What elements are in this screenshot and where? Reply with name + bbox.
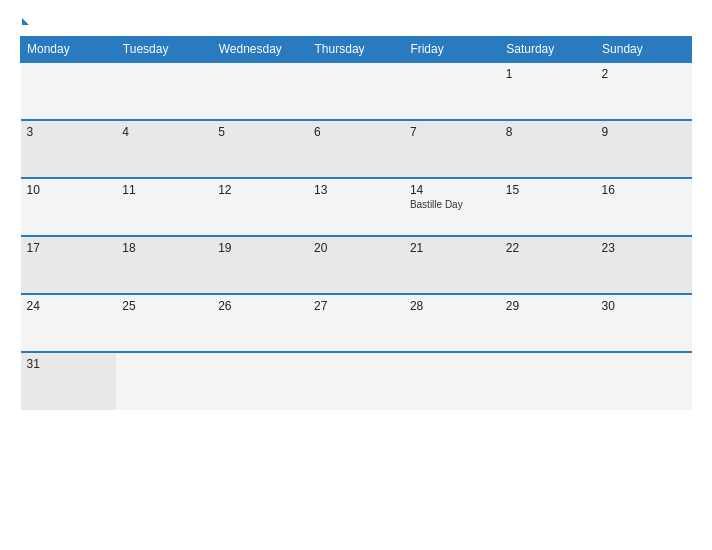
- day-number: 31: [27, 357, 111, 371]
- day-number: 12: [218, 183, 302, 197]
- day-number: 25: [122, 299, 206, 313]
- day-cell: 22: [500, 236, 596, 294]
- day-cell: 21: [404, 236, 500, 294]
- day-cell: 31: [21, 352, 117, 410]
- day-cell: 29: [500, 294, 596, 352]
- calendar-page: MondayTuesdayWednesdayThursdayFridaySatu…: [0, 0, 712, 550]
- day-number: 29: [506, 299, 590, 313]
- day-cell: 14Bastille Day: [404, 178, 500, 236]
- weekday-header-sunday: Sunday: [596, 37, 692, 63]
- day-cell: 16: [596, 178, 692, 236]
- day-cell: 1: [500, 62, 596, 120]
- weekday-header-saturday: Saturday: [500, 37, 596, 63]
- day-cell: 27: [308, 294, 404, 352]
- day-cell: [116, 352, 212, 410]
- header: [20, 18, 692, 26]
- day-cell: 28: [404, 294, 500, 352]
- day-number: 9: [602, 125, 686, 139]
- day-cell: 2: [596, 62, 692, 120]
- day-cell: 15: [500, 178, 596, 236]
- day-cell: 3: [21, 120, 117, 178]
- day-cell: 7: [404, 120, 500, 178]
- week-row-1: 12: [21, 62, 692, 120]
- day-cell: [308, 62, 404, 120]
- day-cell: [596, 352, 692, 410]
- day-cell: 25: [116, 294, 212, 352]
- day-cell: 23: [596, 236, 692, 294]
- week-row-4: 17181920212223: [21, 236, 692, 294]
- logo-blue-text: [20, 18, 29, 26]
- day-number: 22: [506, 241, 590, 255]
- day-number: 23: [602, 241, 686, 255]
- day-number: 8: [506, 125, 590, 139]
- day-cell: [212, 62, 308, 120]
- weekday-header-tuesday: Tuesday: [116, 37, 212, 63]
- day-number: 13: [314, 183, 398, 197]
- day-number: 16: [602, 183, 686, 197]
- day-cell: 24: [21, 294, 117, 352]
- day-cell: [308, 352, 404, 410]
- day-cell: 8: [500, 120, 596, 178]
- day-cell: 5: [212, 120, 308, 178]
- day-number: 14: [410, 183, 494, 197]
- calendar-table: MondayTuesdayWednesdayThursdayFridaySatu…: [20, 36, 692, 410]
- day-number: 4: [122, 125, 206, 139]
- week-row-2: 3456789: [21, 120, 692, 178]
- day-cell: 11: [116, 178, 212, 236]
- day-cell: [404, 62, 500, 120]
- day-number: 6: [314, 125, 398, 139]
- day-cell: [500, 352, 596, 410]
- day-number: 26: [218, 299, 302, 313]
- day-cell: 10: [21, 178, 117, 236]
- day-cell: 18: [116, 236, 212, 294]
- weekday-header-wednesday: Wednesday: [212, 37, 308, 63]
- day-cell: [404, 352, 500, 410]
- weekday-header-monday: Monday: [21, 37, 117, 63]
- day-cell: 12: [212, 178, 308, 236]
- day-number: 15: [506, 183, 590, 197]
- day-cell: 13: [308, 178, 404, 236]
- day-number: 17: [27, 241, 111, 255]
- day-cell: [212, 352, 308, 410]
- day-number: 19: [218, 241, 302, 255]
- logo-triangle-icon: [22, 18, 29, 25]
- day-number: 28: [410, 299, 494, 313]
- day-number: 27: [314, 299, 398, 313]
- day-cell: 17: [21, 236, 117, 294]
- day-cell: 9: [596, 120, 692, 178]
- day-cell: 4: [116, 120, 212, 178]
- week-row-3: 1011121314Bastille Day1516: [21, 178, 692, 236]
- weekday-header-thursday: Thursday: [308, 37, 404, 63]
- day-cell: [116, 62, 212, 120]
- day-number: 21: [410, 241, 494, 255]
- day-cell: [21, 62, 117, 120]
- day-number: 20: [314, 241, 398, 255]
- day-cell: 20: [308, 236, 404, 294]
- day-number: 30: [602, 299, 686, 313]
- day-cell: 26: [212, 294, 308, 352]
- day-number: 11: [122, 183, 206, 197]
- day-cell: 30: [596, 294, 692, 352]
- day-number: 24: [27, 299, 111, 313]
- day-event: Bastille Day: [410, 199, 494, 210]
- day-number: 3: [27, 125, 111, 139]
- logo: [20, 18, 29, 26]
- day-number: 7: [410, 125, 494, 139]
- day-number: 1: [506, 67, 590, 81]
- weekday-header-friday: Friday: [404, 37, 500, 63]
- day-number: 10: [27, 183, 111, 197]
- day-number: 2: [602, 67, 686, 81]
- week-row-5: 24252627282930: [21, 294, 692, 352]
- day-number: 5: [218, 125, 302, 139]
- day-cell: 6: [308, 120, 404, 178]
- weekday-header-row: MondayTuesdayWednesdayThursdayFridaySatu…: [21, 37, 692, 63]
- day-cell: 19: [212, 236, 308, 294]
- week-row-6: 31: [21, 352, 692, 410]
- day-number: 18: [122, 241, 206, 255]
